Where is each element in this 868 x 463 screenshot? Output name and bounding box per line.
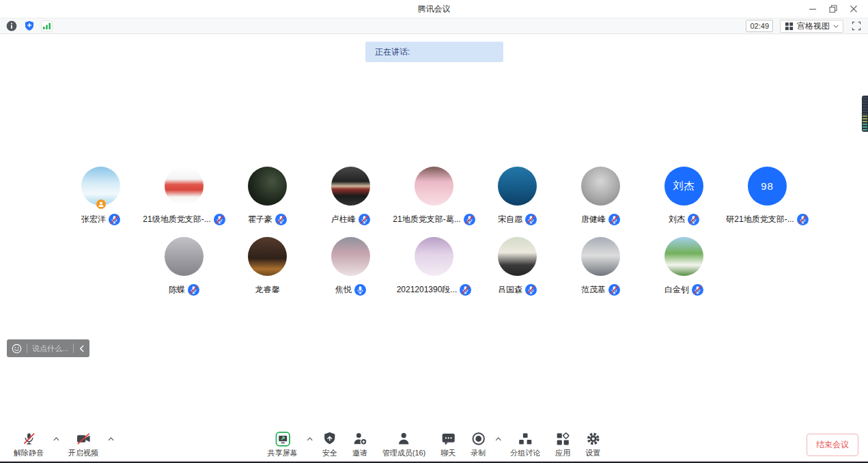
mic-muted-icon [525,214,537,225]
layout-view-label: 宫格视图 [797,20,830,32]
avatar [81,167,120,206]
start-video-button[interactable]: 开启视频 [63,432,104,458]
avatar [331,167,370,206]
grid-view-icon [785,22,794,31]
meeting-info-icon [6,20,17,31]
chevron-up-icon [307,437,313,441]
record-options-button[interactable] [494,432,502,446]
chevron-up-icon [53,437,59,441]
window-title: 腾讯会议 [418,3,451,15]
participant-row: 张宏洋 21级地质党支部-... 霍子豪 卢柱峰 [0,167,868,225]
breakout-icon [518,432,532,446]
participant-tile[interactable]: 唐健峰 [559,167,643,225]
record-button[interactable]: 录制 [465,432,491,458]
participant-name: 21地质党支部-葛... [393,214,460,225]
participant-name: 21级地质党支部-... [143,214,210,225]
meeting-security-button[interactable] [23,20,35,32]
mic-muted-icon [22,432,36,446]
host-badge-icon [96,199,106,209]
end-meeting-button[interactable]: 结束会议 [807,434,858,456]
mute-options-button[interactable] [52,432,60,446]
meeting-info-button[interactable] [5,20,17,32]
mic-muted-icon [608,284,620,296]
avatar [581,167,620,206]
invite-icon [352,432,367,446]
caret-down-icon [833,25,839,28]
apps-icon [556,432,570,446]
mic-muted-icon [109,214,120,225]
participant-name: 焦悦 [335,284,352,296]
minimize-icon [809,5,817,13]
participant-name: 宋自愿 [498,214,522,225]
layout-view-button[interactable]: 宫格视图 [780,20,843,33]
participant-tile[interactable]: 范茂基 [559,237,643,296]
participant-name: 霍子豪 [248,214,272,225]
network-quality-button[interactable] [41,20,53,32]
mic-muted-icon [797,214,809,225]
avatar [415,237,453,276]
breakout-rooms-button[interactable]: 分组讨论 [505,432,546,458]
participant-tile[interactable]: 张宏洋 [59,167,143,225]
chevron-up-icon [108,437,114,441]
divider [73,343,74,353]
participant-tile[interactable]: 霍子豪 [226,167,309,225]
mic-muted-icon [692,284,703,296]
participant-tile[interactable]: 刘杰 刘杰 [643,167,726,225]
meeting-timer: 02:49 [746,20,773,32]
mic-muted-icon [608,214,620,225]
participant-name: 白金钊 [664,284,689,296]
emoji-button[interactable] [12,343,22,354]
fullscreen-button[interactable] [850,20,863,32]
mic-muted-icon [460,284,471,296]
participant-tile[interactable]: 21地质党支部-葛... [393,167,476,225]
share-options-button[interactable] [306,432,314,446]
mic-muted-icon [464,214,475,225]
avatar [248,167,287,206]
participant-tile[interactable]: 龙睿馨 [226,237,309,296]
chat-button[interactable]: 聊天 [435,432,461,458]
participant-name: 刘杰 [669,214,685,225]
unmute-label: 解除静音 [14,448,44,458]
participant-tile[interactable]: 宋自愿 [476,167,559,225]
participant-tile[interactable]: 98 研21地质党支部-... [726,167,809,225]
avatar [415,167,453,206]
unmute-button[interactable]: 解除静音 [8,432,49,458]
invite-button[interactable]: 邀请 [347,432,373,458]
speaking-banner: 正在讲话: [365,42,503,62]
start-video-label: 开启视频 [68,448,98,458]
window-controls [802,0,864,18]
mic-muted-icon [525,284,537,296]
mic-muted-icon [188,284,199,296]
security-icon [323,432,336,446]
chevron-up-icon [495,437,501,441]
manage-members-button[interactable]: 管理成员(16) [377,432,432,458]
participant-tile[interactable]: 焦悦 [309,237,393,296]
avatar-initials: 刘杰 [673,180,695,193]
participant-tile[interactable]: 白金钊 [643,237,726,296]
chat-quick-bar: 说点什么... [7,339,89,357]
apps-button[interactable]: 应用 [550,432,576,458]
close-button[interactable] [843,0,864,18]
participant-tile[interactable]: 卢柱峰 [309,167,393,225]
minimize-button[interactable] [802,0,823,18]
participant-tile[interactable]: 陈蝶 [143,237,226,296]
share-screen-button[interactable]: 共享屏幕 [262,432,303,458]
video-options-button[interactable] [107,432,115,446]
chevron-left-icon [79,345,85,352]
security-button[interactable]: 安全 [317,432,343,458]
smiley-icon [12,343,22,354]
avatar [331,237,370,276]
title-bar: 腾讯会议 [0,0,868,18]
avatar [664,237,703,276]
settings-button[interactable]: 设置 [580,432,606,458]
participant-tile[interactable]: 21级地质党支部-... [143,167,226,225]
record-icon [471,432,486,446]
mic-on-icon [354,284,366,296]
share-screen-icon [275,432,290,447]
participant-tile[interactable]: 2021201390段... [393,237,476,296]
chat-input[interactable]: 说点什么... [32,343,68,354]
participant-tile[interactable]: 吕国森 [476,237,559,296]
maximize-button[interactable] [823,0,843,18]
chat-collapse-button[interactable] [79,345,85,352]
bottom-toolbar: 解除静音 开启视频 共享屏幕 安全 [0,432,868,462]
